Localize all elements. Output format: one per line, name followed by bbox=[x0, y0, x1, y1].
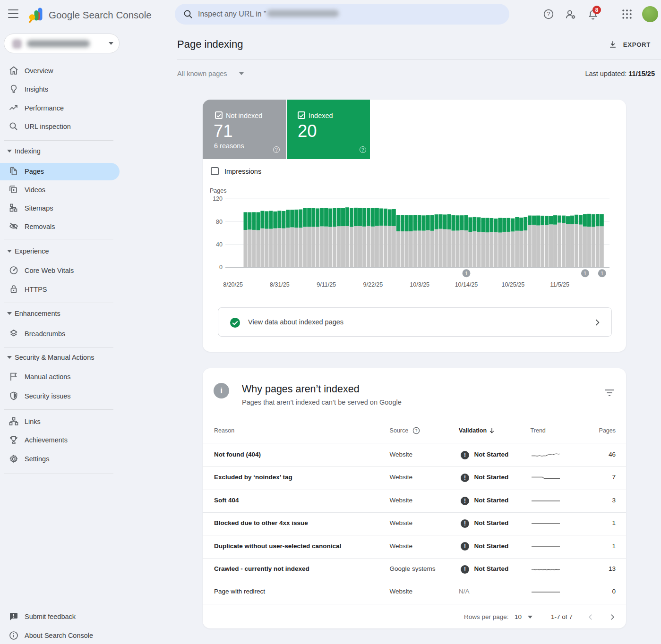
svg-text:120: 120 bbox=[213, 195, 223, 202]
svg-text:9/22/25: 9/22/25 bbox=[363, 281, 383, 288]
svg-text:11/5/25: 11/5/25 bbox=[550, 281, 569, 288]
svg-text:8/31/25: 8/31/25 bbox=[270, 281, 290, 288]
svg-text:80: 80 bbox=[216, 219, 223, 225]
svg-text:?: ? bbox=[415, 428, 417, 433]
svg-text:8/20/25: 8/20/25 bbox=[223, 281, 243, 288]
svg-text:10/14/25: 10/14/25 bbox=[455, 281, 478, 288]
svg-text:1: 1 bbox=[584, 271, 586, 276]
svg-text:0: 0 bbox=[219, 264, 223, 271]
svg-text:9/11/25: 9/11/25 bbox=[317, 281, 336, 288]
svg-text:10/25/25: 10/25/25 bbox=[501, 281, 524, 288]
svg-text:?: ? bbox=[547, 11, 550, 17]
svg-text:10/3/25: 10/3/25 bbox=[410, 281, 429, 288]
svg-text:1: 1 bbox=[601, 271, 603, 276]
svg-text:Pages: Pages bbox=[210, 187, 226, 194]
svg-text:40: 40 bbox=[216, 241, 223, 248]
svg-text:1: 1 bbox=[465, 271, 468, 276]
